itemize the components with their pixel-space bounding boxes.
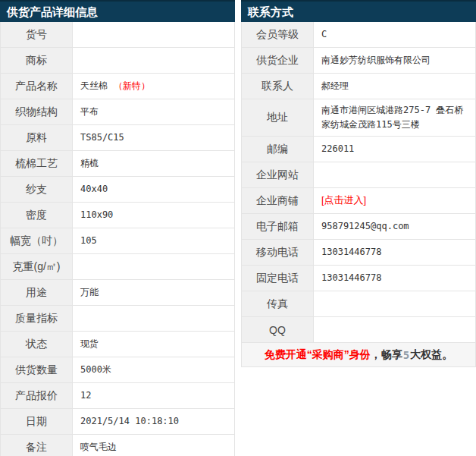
table-row: 移动电话13031446778 (242, 240, 475, 266)
table-row: 企业商铺[点击进入] (242, 188, 475, 214)
row-label: 联系人 (242, 74, 314, 99)
row-label: 邮编 (242, 137, 314, 162)
row-value-text: 226011 (321, 142, 354, 156)
table-row: 邮编226011 (242, 137, 475, 162)
row-label: 企业网站 (242, 162, 314, 187)
row-value-text: 天丝棉 (80, 79, 108, 93)
row-label: 传真 (242, 291, 314, 316)
promo-tail-text: 大权益。 (410, 348, 453, 362)
table-row: 会员等级C (242, 22, 475, 48)
new-special-tag: （新特） (114, 79, 150, 93)
table-row: 幅宽（吋）105 (1, 228, 234, 254)
table-row: 企业网站 (242, 162, 475, 188)
row-label: 原料 (1, 125, 73, 150)
row-label: 克重(g/㎡) (1, 254, 73, 279)
row-label: 供货企业 (242, 48, 314, 73)
table-row: 密度110x90 (1, 203, 234, 228)
row-label: 会员等级 (242, 22, 314, 47)
row-value-text: 5000米 (80, 363, 111, 377)
page: 供货产品详细信息 货号商标产品名称天丝棉（新特）织物结构平布原料TS85/C15… (0, 0, 476, 456)
row-label: 幅宽（吋） (1, 228, 73, 253)
row-value: 喷气毛边 (73, 435, 234, 456)
row-label: 质量指标 (1, 306, 73, 331)
row-value-text: 13031446778 (321, 271, 381, 285)
row-value-text: 万能 (80, 285, 99, 300)
row-value (314, 317, 475, 342)
row-value-text: 南通妙芳纺织服饰有限公司 (321, 53, 431, 68)
row-label: 织物结构 (1, 99, 73, 124)
row-value (314, 162, 475, 187)
row-value (73, 48, 234, 73)
table-row: 联系人郝经理 (242, 74, 475, 99)
table-row: 备注喷气毛边 (1, 435, 234, 456)
table-row: 地址南通市港闸区城港路275-7 叠石桥家纺城金茂路115号三楼 (242, 99, 475, 137)
row-value-text: 郝经理 (321, 79, 349, 93)
row-value: 5000米 (73, 357, 234, 382)
row-value: 郝经理 (314, 74, 475, 99)
row-value: 南通市港闸区城港路275-7 叠石桥家纺城金茂路115号三楼 (314, 99, 475, 136)
row-value: 12 (73, 383, 234, 408)
row-value: 110x90 (73, 203, 234, 228)
table-row: 商标 (1, 48, 234, 74)
table-row: 固定电话13031446778 (242, 266, 475, 291)
row-value-text: 南通市港闸区城港路275-7 叠石桥家纺城金茂路115号三楼 (321, 103, 468, 132)
product-detail-rows: 货号商标产品名称天丝棉（新特）织物结构平布原料TS85/C15梳棉工艺精梳纱支4… (0, 22, 235, 456)
buyer-promo-banner: 免费开通“采购商”身份，畅享5大权益。 (241, 343, 476, 367)
product-detail-panel: 供货产品详细信息 货号商标产品名称天丝棉（新特）织物结构平布原料TS85/C15… (0, 0, 235, 456)
table-row: 供货企业南通妙芳纺织服饰有限公司 (242, 48, 475, 74)
table-row: 纱支40x40 (1, 177, 234, 203)
row-label: 纱支 (1, 177, 73, 202)
row-label: 移动电话 (242, 240, 314, 265)
row-value: 精梳 (73, 151, 234, 176)
row-value-text: 喷气毛边 (80, 440, 117, 454)
row-value: 13031446778 (314, 240, 475, 265)
table-row: 电子邮箱958791245@qq.com (242, 214, 475, 240)
row-label: 固定电话 (242, 266, 314, 291)
row-label: 货号 (1, 22, 73, 47)
row-value: 2021/5/14 10:18:10 (73, 409, 234, 434)
row-label: 密度 (1, 203, 73, 228)
row-value-text: 13031446778 (321, 245, 381, 259)
table-row: 货号 (1, 22, 234, 48)
row-value: 40x40 (73, 177, 234, 202)
row-value (314, 291, 475, 316)
row-label: 梳棉工艺 (1, 151, 73, 176)
row-label: 企业商铺 (242, 188, 314, 213)
row-value: 天丝棉（新特） (73, 74, 234, 99)
row-label: QQ (242, 317, 314, 342)
table-row: 状态现货 (1, 332, 234, 357)
row-value-text: 40x40 (80, 182, 108, 197)
row-value: TS85/C15 (73, 125, 234, 150)
table-row: 织物结构平布 (1, 99, 234, 125)
row-label: 电子邮箱 (242, 214, 314, 239)
row-value: 现货 (73, 332, 234, 357)
row-label: 用途 (1, 280, 73, 305)
row-label: 产品名称 (1, 74, 73, 99)
row-value-text: 2021/5/14 10:18:10 (80, 414, 179, 429)
row-label: 地址 (242, 99, 314, 136)
promo-mid-text: ，畅享 (371, 348, 402, 362)
contact-panel: 联系方式 会员等级C供货企业南通妙芳纺织服饰有限公司联系人郝经理地址南通市港闸区… (241, 0, 476, 367)
table-row: 日期2021/5/14 10:18:10 (1, 409, 234, 435)
row-value: 万能 (73, 280, 234, 305)
table-row: 克重(g/㎡) (1, 254, 234, 280)
row-value (73, 22, 234, 47)
table-row: 产品报价12 (1, 383, 234, 409)
table-row: 梳棉工艺精梳 (1, 151, 234, 177)
row-value (73, 254, 234, 279)
row-value (73, 306, 234, 331)
table-row: 传真 (242, 291, 475, 317)
row-label: 状态 (1, 332, 73, 357)
table-row: QQ (242, 317, 475, 343)
table-row: 用途万能 (1, 280, 234, 306)
table-row: 产品名称天丝棉（新特） (1, 74, 234, 99)
row-value-text: 精梳 (80, 156, 99, 171)
row-value-text: 958791245@qq.com (321, 219, 409, 234)
row-value: 南通妙芳纺织服饰有限公司 (314, 48, 475, 73)
row-value-text: TS85/C15 (80, 131, 124, 145)
buyer-promo-link[interactable]: 免费开通“采购商”身份 (265, 348, 371, 362)
row-label: 商标 (1, 48, 73, 73)
row-value: C (314, 22, 475, 47)
shop-enter-link[interactable]: [点击进入] (321, 193, 366, 209)
contact-title: 联系方式 (241, 0, 476, 22)
